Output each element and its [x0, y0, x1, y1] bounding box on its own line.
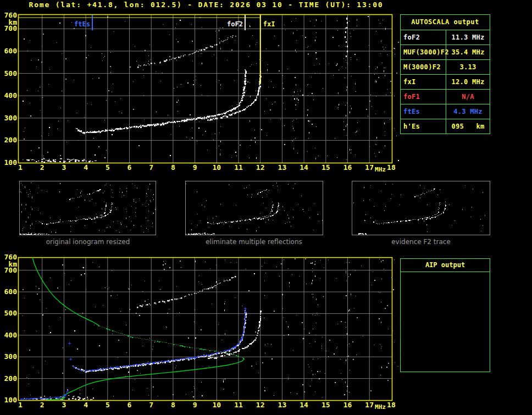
aip-row-hmE: hmE 110 km	[400, 350, 494, 361]
autoscala-row-M(3000)F2: M(3000)F23.13	[401, 60, 490, 75]
autoscala-row-foF1: foF1N/A	[401, 90, 490, 104]
svg-text:9: 9	[193, 163, 197, 171]
parameter-label: ftEs	[401, 104, 446, 119]
parameter-value: 11.3 MHz	[446, 30, 490, 45]
svg-text:18: 18	[387, 401, 396, 409]
svg-text:2: 2	[40, 163, 45, 171]
svg-text:400: 400	[4, 91, 18, 99]
parameter-label: foF2	[401, 30, 446, 45]
svg-text:4: 4	[84, 163, 88, 171]
aip-table-title: AIP output	[401, 259, 490, 272]
svg-text:12: 12	[256, 163, 265, 171]
y-axis-labels: 760700600500400300200100km	[4, 253, 18, 404]
svg-text:6: 6	[128, 163, 132, 171]
thumbnail-eliminate-reflections	[185, 181, 323, 235]
autoscala-row-ftEs: ftEs4.3 MHz	[401, 104, 490, 119]
plot-frame	[19, 15, 392, 163]
autoscala-table-rows: foF211.3 MHzMUF(3000)F235.4 MHzM(3000)F2…	[401, 30, 490, 134]
thumbnail-eliminate-reflections-image	[186, 181, 323, 235]
aip-row-h_vE: h_vE 119 km	[400, 371, 494, 381]
svg-text:5: 5	[106, 163, 110, 171]
svg-text:8: 8	[171, 401, 175, 409]
autoscala-row-foF2: foF211.3 MHz	[401, 30, 490, 45]
svg-text:500: 500	[4, 309, 18, 317]
svg-text:10: 10	[212, 401, 221, 409]
aip-row-hmF2: hmF2 277 km	[400, 277, 494, 287]
svg-text:15: 15	[322, 163, 330, 171]
svg-text:5: 5	[106, 401, 110, 409]
svg-text:11: 11	[234, 401, 243, 409]
parameter-value: 3.13	[446, 60, 490, 74]
fxI-marker-line	[260, 15, 261, 84]
svg-text:11: 11	[234, 163, 243, 171]
autoscala-output-table: AUTOSCALA output foF211.3 MHzMUF(3000)F2…	[400, 14, 490, 134]
svg-text:14: 14	[300, 163, 308, 171]
fxI-marker-label: fxI	[263, 20, 275, 28]
svg-text:14: 14	[300, 401, 308, 409]
svg-text:100: 100	[4, 396, 18, 404]
grid-lines	[19, 257, 392, 400]
aip-table-rows: hmF2 277 km foF2 11.3 MHz foF1 00.0 MHz …	[400, 277, 494, 415]
echo-traces	[23, 276, 262, 400]
svg-text:6: 6	[128, 401, 132, 409]
parameter-label: fxI	[401, 75, 446, 89]
y-axis-labels: 760700600500400300200100km	[4, 11, 18, 167]
ftEs-marker-line	[92, 15, 93, 30]
svg-text:7: 7	[149, 401, 153, 409]
parameter-value: N/A	[446, 90, 490, 104]
thumbnail-caption-2: eliminate multiple reflections	[191, 238, 317, 246]
aip-row-hmF1: hmF1 --- km	[400, 319, 494, 329]
svg-text:10: 10	[212, 163, 221, 171]
thumbnail-caption-3: evidence F2 trace	[358, 238, 484, 246]
bottom-profile-plot: 760700600500400300200100km12345678910111…	[0, 247, 401, 415]
x-axis-labels: 123456789101112131415161718MHz	[18, 401, 396, 411]
noise-speckle	[22, 258, 398, 398]
parameter-value: 12.0 MHz	[446, 75, 490, 89]
svg-text:13: 13	[278, 401, 287, 409]
thumbnail-evidence-f2-image	[352, 181, 490, 235]
svg-text:500: 500	[4, 69, 18, 78]
svg-text:3: 3	[62, 401, 66, 409]
svg-text:1: 1	[18, 163, 23, 171]
svg-text:km: km	[8, 18, 17, 26]
svg-text:2: 2	[40, 401, 45, 409]
aip-row-ymE: ymE 20 km	[400, 361, 494, 371]
foF2-marker-line	[245, 15, 246, 30]
autoscaled-trace-blue	[20, 307, 247, 400]
svg-text:MHz: MHz	[375, 166, 386, 173]
svg-text:8: 8	[171, 163, 175, 171]
svg-text:300: 300	[4, 352, 18, 361]
autoscala-row-fxI: fxI12.0 MHz	[401, 75, 490, 90]
svg-text:1: 1	[18, 401, 23, 409]
svg-text:16: 16	[343, 401, 352, 409]
x-axis-labels: 123456789101112131415161718MHz	[18, 163, 396, 173]
svg-text:200: 200	[4, 136, 18, 144]
svg-text:MHz: MHz	[375, 403, 386, 411]
parameter-label: h'Es	[401, 119, 446, 134]
noise-speckle	[23, 16, 399, 161]
aip-row-B0: B0 082.0 km	[400, 413, 494, 415]
aip-row-DelN_vE: DelN_vE 00.1 m^(-3)	[400, 392, 494, 413]
svg-text:18: 18	[387, 163, 396, 171]
svg-text:100: 100	[4, 158, 18, 167]
parameter-value: 35.4 MHz	[446, 45, 490, 59]
plot-frame	[19, 258, 392, 401]
svg-text:9: 9	[193, 401, 197, 409]
autoscala-row-MUF(3000)F2: MUF(3000)F235.4 MHz	[401, 45, 490, 60]
svg-text:12: 12	[256, 401, 265, 409]
parameter-value: 4.3 MHz	[446, 104, 490, 119]
scaled-frequency-markers: ftEsfoF2fxI	[74, 15, 275, 84]
parameter-value: 095 km	[446, 119, 490, 134]
svg-text:600: 600	[4, 47, 18, 55]
thumbnail-original-ionogram-image	[20, 181, 156, 235]
thumbnail-evidence-f2	[352, 181, 490, 235]
svg-text:300: 300	[4, 114, 18, 122]
svg-text:7: 7	[149, 163, 153, 171]
svg-text:13: 13	[278, 163, 287, 171]
parameter-label: foF1	[401, 90, 446, 104]
thumbnail-original-ionogram	[19, 181, 156, 235]
aip-row-foF1: foF1 00.0 MHz [PN]	[400, 298, 494, 319]
aip-row-foE: foE 3.2 MHz	[400, 340, 494, 350]
aip-row-D1: D1 00.0	[400, 329, 494, 340]
svg-text:km: km	[8, 260, 17, 268]
